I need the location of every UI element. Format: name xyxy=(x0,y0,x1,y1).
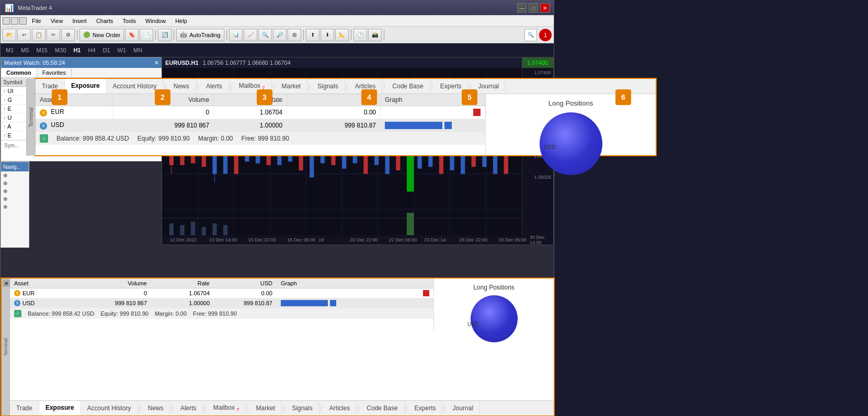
toolbar-btn-15[interactable]: ⬇ xyxy=(321,29,334,41)
tab-signals-large[interactable]: Signals xyxy=(311,79,345,93)
alert-button[interactable]: 1 xyxy=(539,29,552,41)
tab-sep-8: | xyxy=(430,79,434,93)
nav-item-2[interactable]: ⊕ xyxy=(1,179,29,187)
tf-m5[interactable]: M5 xyxy=(18,46,32,54)
minimize-button[interactable]: — xyxy=(517,3,527,13)
tab-account-history-small[interactable]: Account History xyxy=(81,401,138,415)
tab-mailbox-small[interactable]: Mailbox 7 xyxy=(207,401,246,415)
toolbar-btn-7[interactable]: 📄 xyxy=(140,29,153,41)
small-col-rate: Rate xyxy=(151,280,214,286)
tab-sep-s6: | xyxy=(319,401,323,415)
menu-charts[interactable]: Charts xyxy=(92,17,117,25)
toolbar-btn-13[interactable]: ⊞ xyxy=(288,29,301,41)
toolbar-btn-11[interactable]: 🔍 xyxy=(258,29,272,41)
table-row-eur[interactable]: $ EUR 0 1.06704 0.00 xyxy=(36,106,485,119)
tab-alerts-large[interactable]: Alerts xyxy=(200,79,229,93)
toolbar-btn-3[interactable]: 📋 xyxy=(32,29,45,41)
mw-tab-common[interactable]: Common xyxy=(1,68,37,77)
nav-item-1[interactable]: ⊕ xyxy=(1,171,29,179)
small-terminal-close[interactable]: ✕ xyxy=(3,280,10,287)
tab-codebase-large[interactable]: Code Base xyxy=(386,79,430,93)
small-usd-indicator xyxy=(330,300,336,306)
tab-trade-small[interactable]: Trade xyxy=(10,401,39,415)
menu-insert[interactable]: Insert xyxy=(68,17,91,25)
toolbar-sep-2 xyxy=(155,30,156,40)
tab-journal-small[interactable]: Journal xyxy=(447,401,480,415)
toolbar-sep-5 xyxy=(303,30,304,40)
tf-m30[interactable]: M30 xyxy=(52,46,69,54)
toolbar-btn-17[interactable]: 🕐 xyxy=(353,29,367,41)
tab-exposure-small[interactable]: Exposure xyxy=(39,401,81,415)
toolbar-btn-16[interactable]: 📐 xyxy=(335,29,349,41)
maximize-button[interactable]: □ xyxy=(529,3,538,13)
toolbar-btn-18[interactable]: 📸 xyxy=(368,29,382,41)
market-watch-close[interactable]: ✕ xyxy=(154,60,159,66)
tab-market-large[interactable]: Market xyxy=(276,79,308,93)
tf-h1[interactable]: H1 xyxy=(70,46,84,54)
tab-news-small[interactable]: News xyxy=(142,401,170,415)
menu-help[interactable]: Help xyxy=(171,17,191,25)
small-row-usd[interactable]: $ USD 999 810 867 1.00000 999 810.87 xyxy=(10,298,433,308)
nav-item-4[interactable]: ⊕ xyxy=(1,195,29,203)
inner-maximize-button[interactable]: □ xyxy=(11,17,18,25)
annotation-6: 6 xyxy=(615,89,631,105)
small-lp-title: Long Positions xyxy=(473,284,515,291)
title-bar-controls: — □ ✕ xyxy=(517,3,550,13)
tf-m15[interactable]: M15 xyxy=(33,46,51,54)
tab-sep-s3: | xyxy=(203,401,207,415)
small-col-graph: Graph xyxy=(277,280,433,286)
tab-experts-small[interactable]: Experts xyxy=(408,401,443,415)
chart-header: EURUSD.H1 1.06756 1.06777 1.06680 1.0670… xyxy=(162,57,553,68)
toolbar-btn-9[interactable]: 📊 xyxy=(229,29,243,41)
tf-m1[interactable]: M1 xyxy=(3,46,17,54)
inner-close-button[interactable]: ✕ xyxy=(19,17,27,25)
auto-trading-button[interactable]: 🤖 AutoTrading xyxy=(176,29,224,41)
toolbar-btn-2[interactable]: ↩ xyxy=(17,29,31,41)
time-label-2: 15 Dec 22:00 xyxy=(248,237,277,242)
toolbar-btn-8[interactable]: 🔄 xyxy=(158,29,172,41)
tab-sep-s9: | xyxy=(442,401,446,415)
svg-rect-53 xyxy=(407,213,414,237)
balance-text: Balance: 999 858.42 USD xyxy=(56,135,129,142)
tf-h4[interactable]: H4 xyxy=(85,46,98,54)
toolbar-btn-4[interactable]: ✂ xyxy=(47,29,60,41)
toolbar-btn-5[interactable]: ⚙ xyxy=(61,29,75,41)
toolbar: 📂 ↩ 📋 ✂ ⚙ 🟢 New Order 🔖 📄 🔄 🤖 AutoTradin… xyxy=(1,27,554,43)
toolbar-btn-14[interactable]: ⬆ xyxy=(306,29,319,41)
search-button[interactable]: 🔍 xyxy=(524,29,537,41)
small-balance-text: Balance: 999 858.42 USD xyxy=(28,310,94,317)
menu-view[interactable]: View xyxy=(47,17,67,25)
tab-articles-small[interactable]: Articles xyxy=(323,401,357,415)
tab-news-large[interactable]: News xyxy=(167,79,196,93)
close-button[interactable]: ✕ xyxy=(540,3,550,13)
nav-item-5[interactable]: ⊕ xyxy=(1,203,29,211)
menu-tools[interactable]: Tools xyxy=(118,17,140,25)
inner-minimize-button[interactable]: _ xyxy=(3,17,10,25)
tf-d1[interactable]: D1 xyxy=(100,46,113,54)
tab-signals-small[interactable]: Signals xyxy=(285,401,319,415)
tf-w1[interactable]: W1 xyxy=(115,46,130,54)
tf-mn[interactable]: MN xyxy=(130,46,145,54)
time-label-4: 19 xyxy=(318,237,324,242)
tab-codebase-small[interactable]: Code Base xyxy=(360,401,404,415)
eur-usd: 0.00 xyxy=(287,106,381,119)
tab-alerts-small[interactable]: Alerts xyxy=(174,401,203,415)
nav-item-3[interactable]: ⊕ xyxy=(1,187,29,195)
menu-file[interactable]: File xyxy=(28,17,45,25)
toolbar-btn-12[interactable]: 🔎 xyxy=(273,29,287,41)
small-eur-indicator xyxy=(423,290,429,296)
table-row-usd[interactable]: $ USD 999 810 867 1.00000 999 810.87 xyxy=(36,119,485,132)
toolbar-btn-6[interactable]: 🔖 xyxy=(125,29,139,41)
small-row-eur[interactable]: $ EUR 0 1.06704 0.00 xyxy=(10,288,433,298)
price-label-1: 1.07400 xyxy=(534,70,551,75)
toolbar-btn-1[interactable]: 📂 xyxy=(3,29,16,41)
tab-market-small[interactable]: Market xyxy=(250,401,282,415)
usd-graph xyxy=(381,119,485,132)
col-asset: Asset xyxy=(36,94,112,106)
tab-exposure-large[interactable]: Exposure xyxy=(65,79,107,94)
mw-tab-favorites[interactable]: Favorites xyxy=(37,68,72,77)
new-order-button[interactable]: 🟢 New Order xyxy=(79,29,124,41)
balance-row-large: ✓ Balance: 999 858.42 USD Equity: 999 81… xyxy=(36,132,485,145)
toolbar-btn-10[interactable]: 📈 xyxy=(244,29,257,41)
menu-window[interactable]: Window xyxy=(141,17,170,25)
